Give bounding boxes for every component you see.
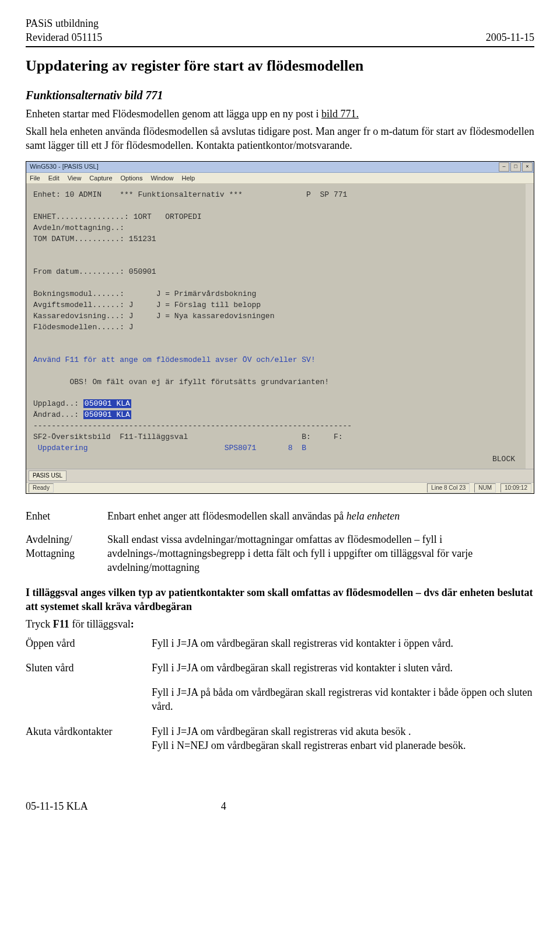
header-date: 2005-11-15 bbox=[486, 30, 534, 44]
terminal-area[interactable]: Enhet: 10 ADMIN *** Funktionsalternativ … bbox=[26, 184, 534, 468]
term-line-avgift: Avgiftsmodell......: J J = Förslag till … bbox=[33, 301, 261, 309]
def-avd-label-1: Avdelning/ bbox=[26, 534, 72, 545]
def-avd-label-2: Mottagning bbox=[26, 548, 75, 559]
menu-help[interactable]: Help bbox=[182, 174, 195, 183]
term-block-indicator: BLOCK bbox=[33, 454, 519, 465]
menu-view[interactable]: View bbox=[68, 174, 82, 183]
row-akuta-label: Akuta vårdkontakter bbox=[26, 724, 142, 753]
embedded-screenshot: WinG530 - [PASIS USL] – □ × File Edit Vi… bbox=[26, 161, 534, 494]
status-time: 10:09:12 bbox=[501, 483, 531, 493]
term-line-andrad-value: 050901 KLA bbox=[83, 410, 131, 419]
statusbar: Ready Line 8 Col 23 NUM 10:09:12 bbox=[26, 482, 534, 493]
status-ready: Ready bbox=[29, 483, 54, 493]
row-akuta-text-2: Fyll i N=NEJ om vårdbegäran skall regist… bbox=[152, 740, 466, 751]
def-avdelning-text: Skall endast vissa avdelningar/mottagnin… bbox=[107, 532, 534, 575]
intro-1b-underlined: bild 771. bbox=[321, 108, 359, 120]
intro-1a: Enheten startar med Flödesmodellen genom… bbox=[26, 108, 321, 120]
term-line-sf2: SF2-Översiktsbild F11-Tilläggsval B: F: bbox=[33, 433, 343, 441]
window-maximize-button[interactable]: □ bbox=[510, 162, 521, 172]
term-line-flodes: Flödesmodellen.....: J bbox=[33, 323, 134, 332]
def-enhet-text: Enbart enhet anger att flödesmodellen sk… bbox=[107, 509, 534, 523]
term-line-upplagd-value: 050901 KLA bbox=[83, 399, 131, 408]
window-title: WinG530 - [PASIS USL] bbox=[27, 162, 499, 171]
tryck-c: för tilläggsval bbox=[69, 618, 131, 630]
footer-page-number: 4 bbox=[221, 800, 226, 812]
window-close-button[interactable]: × bbox=[522, 162, 533, 172]
status-cursor-pos: Line 8 Col 23 bbox=[427, 483, 470, 493]
def-enhet-label: Enhet bbox=[26, 509, 102, 523]
term-line-avdeln: Avdeln/mottagning..: bbox=[33, 224, 124, 232]
menu-window[interactable]: Window bbox=[150, 174, 173, 183]
menu-edit[interactable]: Edit bbox=[48, 174, 60, 183]
section-subhead: Funktionsalternativ bild 771 bbox=[26, 88, 534, 103]
row-oppen-label: Öppen vård bbox=[26, 636, 142, 650]
term-line-enhet: ENHET...............: 1ORT ORTOPEDI bbox=[33, 212, 202, 221]
term-line-obs: OBS! Om fält ovan ej är ifyllt förutsätt… bbox=[33, 378, 329, 386]
term-line-uppdatering: Uppdatering SPS8071 8 B bbox=[33, 444, 306, 452]
term-line-kassa: Kassaredovisning...: J J = Nya kassaredo… bbox=[33, 312, 274, 320]
page-footer: 05-11-15 KLA 4 bbox=[26, 799, 534, 813]
term-line-header: Enhet: 10 ADMIN *** Funktionsalternativ … bbox=[33, 190, 347, 199]
taskbar: PASIS USL bbox=[26, 469, 534, 482]
row-oppen-text: Fyll i J=JA om vårdbegäran skall registr… bbox=[152, 636, 534, 650]
tillaggsval-note: I tilläggsval anges vilken typ av patien… bbox=[26, 585, 534, 614]
status-num: NUM bbox=[474, 483, 496, 493]
header-left-1: PASiS utbildning bbox=[26, 16, 99, 30]
row-both-text: Fyll i J=JA på båda om vårdbegäran skall… bbox=[152, 685, 534, 714]
row-sluten-text: Fyll i J=JA om vårdbegäran skall registr… bbox=[152, 661, 534, 675]
taskbar-button-pasis[interactable]: PASIS USL bbox=[29, 470, 66, 481]
intro-paragraph-1: Enheten startar med Flödesmodellen genom… bbox=[26, 107, 534, 121]
tryck-a: Tryck bbox=[26, 618, 53, 630]
header-left-2: Reviderad 051115 bbox=[26, 30, 102, 44]
term-line-andrad-label: Ändrad...: bbox=[33, 410, 83, 419]
row-akuta-text-1: Fyll i J=JA om vårdbegäran skall registr… bbox=[152, 726, 411, 737]
menu-options[interactable]: Options bbox=[121, 174, 143, 183]
def-avdelning-label: Avdelning/ Mottagning bbox=[26, 532, 102, 575]
intro-paragraph-2: Skall hela enheten använda flödesmodelle… bbox=[26, 124, 534, 153]
term-line-bokning: Bokningsmodul......: J = Primärvårdsbokn… bbox=[33, 290, 256, 298]
menu-capture[interactable]: Capture bbox=[89, 174, 112, 183]
tryck-f11-line: Tryck F11 för tilläggsval: bbox=[26, 617, 534, 631]
header-rule bbox=[26, 46, 534, 47]
window-titlebar: WinG530 - [PASIS USL] – □ × bbox=[26, 162, 534, 173]
row-sluten-label: Sluten vård bbox=[26, 661, 142, 675]
footer-left: 05-11-15 KLA bbox=[26, 800, 88, 812]
term-line-tomdatum: TOM DATUM..........: 151231 bbox=[33, 235, 156, 243]
def-enhet-text-a: Enbart enhet anger att flödesmodellen sk… bbox=[107, 510, 346, 522]
term-line-f11-hint: Använd F11 för att ange om flödesmodell … bbox=[33, 356, 316, 364]
term-line-fromdatum: From datum.........: 050901 bbox=[33, 267, 156, 276]
menu-file[interactable]: File bbox=[30, 174, 40, 183]
page-title: Uppdatering av register före start av fl… bbox=[26, 55, 534, 76]
tryck-colon: : bbox=[131, 618, 134, 630]
def-enhet-text-b: hela enheten bbox=[346, 510, 400, 522]
row-akuta-text: Fyll i J=JA om vårdbegäran skall registr… bbox=[152, 724, 534, 753]
tryck-b: F11 bbox=[53, 618, 69, 630]
menubar: File Edit View Capture Options Window He… bbox=[26, 173, 534, 184]
window-minimize-button[interactable]: – bbox=[499, 162, 509, 172]
row-both-label-empty bbox=[26, 685, 142, 714]
term-line-upplagd-label: Upplagd..: bbox=[33, 399, 83, 408]
